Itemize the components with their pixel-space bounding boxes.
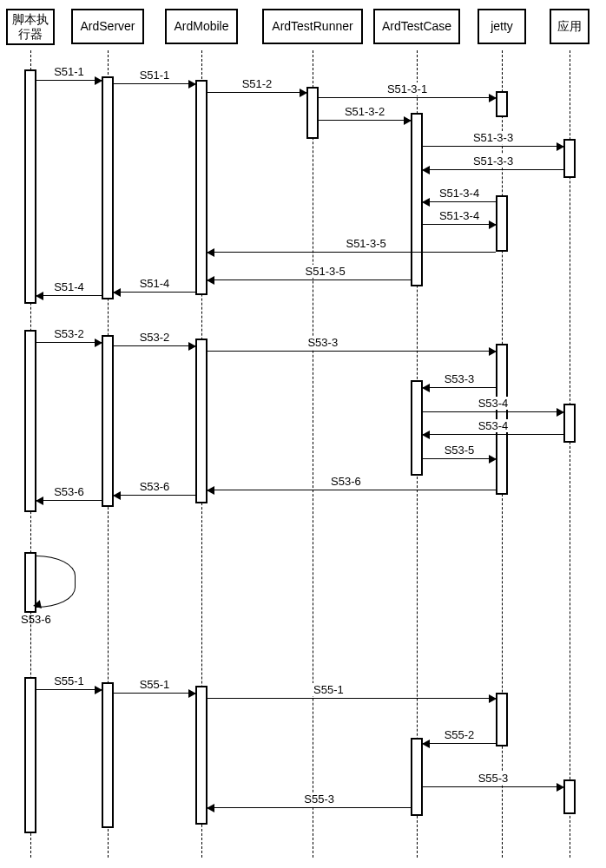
message-arrow: S51-3-2: [319, 120, 411, 121]
message-label: S51-3-3: [471, 131, 515, 144]
message-label: S53-3: [306, 336, 339, 349]
activation: [563, 404, 576, 443]
message-label: S53-6: [52, 485, 86, 498]
message-arrow: S53-4: [423, 434, 563, 435]
activation: [24, 69, 36, 304]
message-arrow: S53-6: [36, 500, 102, 501]
message-label: S53-6: [138, 480, 172, 493]
message-label: S55-3: [302, 792, 336, 806]
message-arrow: S51-3-1: [319, 97, 496, 98]
message-arrow: S55-3: [423, 786, 563, 787]
message-arrow: S51-3-3: [423, 169, 563, 170]
message-label: S51-3-5: [304, 265, 347, 278]
message-label: S55-2: [443, 728, 477, 741]
message-label: S53-2: [52, 327, 86, 340]
message-label: S53-2: [138, 331, 172, 344]
message-arrow: S53-2: [36, 342, 102, 343]
message-arrow: S51-3-4: [423, 224, 496, 225]
participant-label: jetty: [491, 19, 513, 33]
message-label: S53-4: [477, 419, 510, 432]
activation: [195, 686, 207, 825]
message-arrow: S51-2: [207, 92, 306, 93]
participant-jetty: jetty: [478, 9, 526, 44]
participant-app: 应用: [550, 9, 590, 44]
participant-ardserver: ArdServer: [71, 9, 144, 44]
message-arrow: S51-3-5: [207, 279, 411, 280]
participant-label: 应用: [557, 19, 582, 33]
message-arrow: S55-3: [207, 807, 411, 808]
message-label: S51-1: [138, 69, 172, 82]
activation: [102, 335, 114, 507]
message-arrow: S53-4: [423, 411, 563, 412]
sequence-diagram: 脚本执 行器 ArdServer ArdMobile ArdTestRunner…: [0, 0, 606, 868]
participant-script-executor: 脚本执 行器: [6, 9, 55, 45]
message-label: S55-3: [477, 772, 510, 785]
message-label: S51-2: [240, 77, 274, 90]
message-label: S53-6: [329, 475, 363, 488]
self-message-arrow: S53-6: [36, 556, 76, 608]
participant-ardmobile: ArdMobile: [165, 9, 238, 44]
message-arrow: S51-1: [114, 83, 195, 84]
message-label: S51-3-2: [343, 105, 386, 118]
activation: [496, 91, 508, 117]
participant-label: 行器: [18, 27, 43, 41]
message-label: S53-6: [21, 613, 51, 626]
participant-label: ArdMobile: [174, 19, 228, 33]
activation: [563, 779, 576, 814]
participant-ardtestrunner: ArdTestRunner: [262, 9, 363, 44]
activation: [195, 339, 207, 503]
activation: [411, 738, 423, 816]
message-label: S53-3: [443, 372, 477, 385]
lifeline: [313, 50, 313, 858]
message-label: S51-3-4: [438, 187, 481, 200]
message-arrow: S51-1: [36, 80, 102, 81]
activation: [102, 76, 114, 299]
message-label: S51-4: [138, 277, 172, 290]
activation: [411, 380, 423, 476]
message-arrow: S55-1: [207, 698, 496, 699]
message-arrow: S55-1: [36, 689, 102, 690]
message-label: S51-3-3: [471, 155, 515, 168]
message-arrow: S51-4: [114, 292, 195, 293]
message-arrow: S51-3-3: [423, 146, 563, 147]
participant-label: 脚本执: [12, 12, 49, 26]
message-arrow: S55-2: [423, 743, 496, 744]
activation: [195, 80, 207, 295]
message-arrow: S55-1: [114, 693, 195, 694]
message-arrow: S53-3: [207, 351, 496, 352]
message-label: S55-1: [138, 678, 172, 691]
activation: [563, 139, 576, 178]
message-label: S53-5: [443, 444, 477, 457]
message-label: S51-3-1: [385, 82, 429, 95]
message-label: S51-4: [52, 280, 86, 293]
message-arrow: S53-6: [114, 495, 195, 496]
message-arrow: S53-3: [423, 387, 496, 388]
participant-ardtestcase: ArdTestCase: [373, 9, 460, 44]
message-label: S53-4: [477, 397, 510, 410]
participant-label: ArdServer: [80, 19, 135, 33]
participant-label: ArdTestRunner: [272, 19, 352, 33]
message-arrow: S53-6: [207, 490, 496, 490]
message-label: S55-1: [312, 683, 346, 696]
activation: [102, 682, 114, 828]
activation: [24, 677, 36, 833]
activation: [411, 113, 423, 286]
message-arrow: S51-3-5: [207, 252, 496, 253]
message-label: S55-1: [52, 674, 86, 687]
participant-label: ArdTestCase: [382, 19, 451, 33]
activation: [306, 87, 319, 139]
activation: [496, 195, 508, 252]
message-label: S51-3-4: [438, 209, 481, 222]
activation: [24, 330, 36, 512]
message-arrow: S51-4: [36, 295, 102, 296]
activation: [496, 693, 508, 746]
message-label: S51-1: [52, 65, 86, 78]
message-arrow: S53-2: [114, 345, 195, 346]
message-label: S51-3-5: [344, 237, 387, 250]
message-arrow: S51-3-4: [423, 201, 496, 202]
message-arrow: S53-5: [423, 458, 496, 459]
